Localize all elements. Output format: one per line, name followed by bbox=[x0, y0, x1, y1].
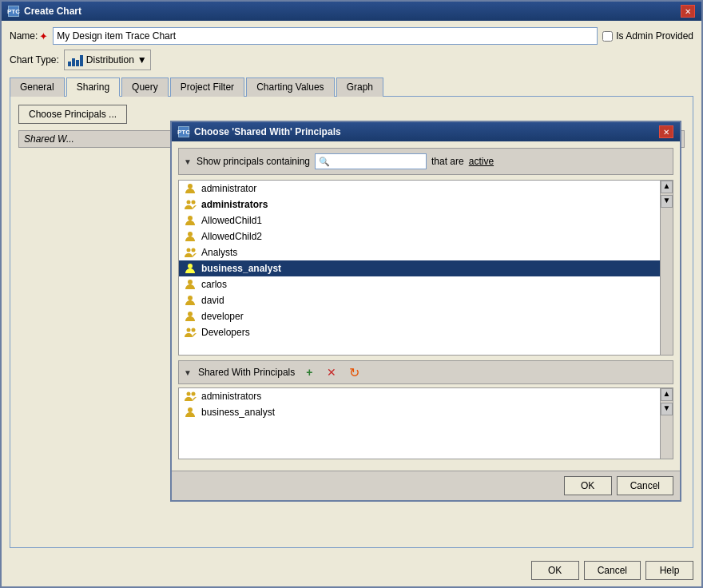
admin-checkbox-area: Is Admin Provided bbox=[602, 30, 693, 42]
ok-button[interactable]: OK bbox=[531, 561, 579, 580]
tab-project-filter[interactable]: Project Filter bbox=[170, 77, 244, 97]
svg-point-13 bbox=[187, 392, 191, 396]
svg-point-10 bbox=[188, 312, 193, 316]
name-row: Name: ✦ Is Admin Provided bbox=[10, 27, 693, 45]
shared-item[interactable]: administrators bbox=[179, 388, 660, 404]
svg-point-12 bbox=[192, 328, 196, 332]
name-label: Name: ✦ bbox=[10, 30, 48, 42]
remove-button[interactable]: ✕ bbox=[324, 364, 340, 380]
admin-label: Is Admin Provided bbox=[616, 30, 693, 42]
main-title-bar: PTC Create Chart ✕ bbox=[2, 2, 701, 21]
choose-principals-button[interactable]: Choose Principals ... bbox=[18, 105, 127, 124]
search-input-box: 🔍 bbox=[315, 153, 427, 169]
user-icon bbox=[184, 310, 197, 323]
list-item[interactable]: business_analyst bbox=[179, 260, 660, 276]
expand-icon[interactable]: ▼ bbox=[184, 157, 192, 166]
svg-point-4 bbox=[188, 232, 193, 236]
add-button[interactable]: + bbox=[301, 364, 317, 380]
help-button[interactable]: Help bbox=[645, 561, 693, 580]
user-icon bbox=[184, 198, 197, 211]
user-icon bbox=[184, 294, 197, 307]
principal-name: administrators bbox=[201, 199, 268, 210]
tab-charting-values[interactable]: Charting Values bbox=[246, 77, 335, 97]
svg-point-14 bbox=[192, 392, 196, 396]
list-item[interactable]: carlos bbox=[179, 276, 660, 292]
inner-close-button[interactable]: ✕ bbox=[659, 125, 673, 138]
shared-list-container: administrators business_analyst bbox=[178, 387, 673, 459]
active-link[interactable]: active bbox=[469, 156, 494, 167]
chart-type-row: Chart Type: Distribution ▼ bbox=[10, 50, 693, 70]
search-section: ▼ Show principals containing 🔍 that are … bbox=[178, 148, 673, 175]
inner-dialog-body: ▼ Show principals containing 🔍 that are … bbox=[172, 141, 680, 471]
shared-principal-name: business_analyst bbox=[201, 407, 275, 418]
search-icon: 🔍 bbox=[319, 157, 330, 167]
list-item[interactable]: david bbox=[179, 292, 660, 308]
principals-list: administrator administrators bbox=[179, 181, 660, 355]
list-item[interactable]: AllowedChild2 bbox=[179, 228, 660, 244]
shared-with-section: ▼ Shared With Principals + ✕ ↻ bbox=[178, 360, 673, 384]
principal-name: Developers bbox=[201, 327, 250, 338]
shared-item[interactable]: business_analyst bbox=[179, 404, 660, 420]
cancel-button[interactable]: Cancel bbox=[584, 561, 641, 580]
inner-dialog-title: Choose 'Shared With' Principals bbox=[194, 126, 341, 137]
inner-dialog: PTC Choose 'Shared With' Principals ✕ ▼ … bbox=[170, 121, 681, 502]
tab-content: Choose Principals ... Shared W... PTC Ch… bbox=[10, 97, 693, 548]
list-item[interactable]: Developers bbox=[179, 324, 660, 340]
title-bar-left: PTC Create Chart bbox=[8, 6, 81, 17]
list-item[interactable]: Analysts bbox=[179, 244, 660, 260]
inner-cancel-button[interactable]: Cancel bbox=[617, 476, 673, 495]
svg-point-8 bbox=[188, 280, 193, 284]
svg-point-5 bbox=[187, 248, 191, 252]
principals-list-container: administrator administrators bbox=[178, 180, 673, 356]
user-icon bbox=[184, 230, 197, 243]
user-icon bbox=[184, 182, 197, 195]
svg-point-2 bbox=[192, 201, 196, 205]
principal-name: david bbox=[201, 295, 224, 306]
shared-principal-name: administrators bbox=[201, 391, 261, 402]
main-close-button[interactable]: ✕ bbox=[681, 5, 695, 18]
inner-ptc-icon: PTC bbox=[178, 126, 189, 137]
search-input[interactable] bbox=[330, 157, 423, 166]
admin-checkbox[interactable] bbox=[602, 31, 613, 42]
tab-general[interactable]: General bbox=[10, 77, 65, 97]
chart-type-label: Chart Type: bbox=[10, 54, 59, 66]
shared-expand-icon[interactable]: ▼ bbox=[184, 368, 192, 377]
user-icon bbox=[184, 262, 197, 275]
principal-name: AllowedChild1 bbox=[201, 215, 262, 226]
svg-point-11 bbox=[187, 328, 191, 332]
svg-point-1 bbox=[187, 201, 191, 205]
principal-name: developer bbox=[201, 311, 244, 322]
inner-ok-button[interactable]: OK bbox=[564, 476, 612, 495]
list-item[interactable]: administrators bbox=[179, 197, 660, 213]
list-item[interactable]: developer bbox=[179, 308, 660, 324]
refresh-button[interactable]: ↻ bbox=[346, 364, 362, 380]
tab-sharing[interactable]: Sharing bbox=[66, 77, 120, 97]
principals-scrollbar[interactable]: ▲ ▼ bbox=[660, 181, 673, 355]
principal-name: AllowedChild2 bbox=[201, 231, 262, 242]
inner-bottom-buttons: OK Cancel bbox=[172, 471, 680, 500]
name-input[interactable] bbox=[53, 27, 598, 45]
svg-point-3 bbox=[188, 216, 193, 220]
svg-point-9 bbox=[188, 296, 193, 300]
ptc-icon: PTC bbox=[8, 6, 19, 17]
principal-name: Analysts bbox=[201, 247, 237, 258]
user-icon bbox=[184, 278, 197, 291]
principal-name: business_analyst bbox=[201, 263, 281, 274]
list-item[interactable]: AllowedChild1 bbox=[179, 213, 660, 228]
inner-title-bar: PTC Choose 'Shared With' Principals ✕ bbox=[172, 122, 680, 141]
svg-point-0 bbox=[188, 184, 193, 189]
chart-type-wrapper: Distribution ▼ bbox=[64, 50, 151, 70]
search-row: ▼ Show principals containing 🔍 that are … bbox=[184, 153, 668, 169]
tabs-row: General Sharing Query Project Filter Cha… bbox=[10, 77, 693, 97]
bottom-buttons: OK Cancel Help bbox=[2, 554, 701, 586]
user-icon bbox=[184, 326, 197, 339]
that-are-text: that are bbox=[431, 156, 464, 167]
svg-point-7 bbox=[188, 264, 193, 268]
tab-graph[interactable]: Graph bbox=[336, 77, 383, 97]
user-icon bbox=[184, 214, 197, 227]
shared-scrollbar[interactable]: ▲ ▼ bbox=[660, 388, 673, 459]
tab-query[interactable]: Query bbox=[121, 77, 169, 97]
principal-name: carlos bbox=[201, 279, 227, 290]
inner-title-left: PTC Choose 'Shared With' Principals bbox=[178, 126, 341, 137]
list-item[interactable]: administrator bbox=[179, 181, 660, 197]
